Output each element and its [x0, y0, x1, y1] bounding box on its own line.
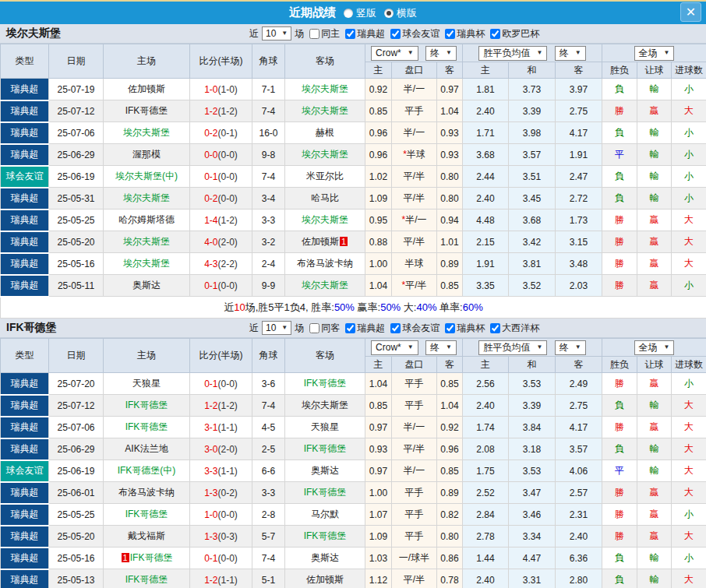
away-odds-cell: 0.85	[437, 460, 463, 482]
home-odds-cell: 0.88	[365, 231, 392, 253]
goals-result-cell: 大	[672, 526, 706, 548]
away-team-cell: IFK哥德堡	[285, 373, 365, 395]
league-checkbox[interactable]	[390, 323, 401, 333]
home-team-cell: IFK哥德堡(中)	[104, 460, 190, 482]
match-row: 瑞典超25-06-01布洛马波卡纳1-3(0-2)3-3IFK哥德堡1.00平手…	[1, 482, 706, 504]
same-venue-checkbox[interactable]	[309, 29, 319, 39]
score-cell: 1-2(1-1)	[190, 569, 252, 588]
result-cell: 勝	[602, 275, 637, 297]
handicap-result-cell: 贏	[637, 100, 672, 122]
team-name: 埃尔夫斯堡	[302, 149, 348, 160]
match-row: 瑞典超25-07-12IFK哥德堡1-2(1-2)7-4埃尔夫斯堡0.85平手1…	[1, 100, 706, 122]
chevron-down-icon: ▼	[408, 344, 414, 350]
league-checkbox[interactable]	[445, 29, 455, 39]
handicap-cell: 半/一	[392, 417, 437, 438]
league-checkbox[interactable]	[490, 323, 500, 333]
avg-stage-select[interactable]: 终▼	[555, 46, 586, 61]
recent-count-select[interactable]: 10▼	[262, 321, 291, 335]
result-cell: 勝	[602, 209, 637, 231]
home-odds-cell: 0.96	[365, 122, 392, 144]
vertical-layout-label[interactable]: 竖版	[356, 6, 376, 20]
recent-count-select[interactable]: 10▼	[262, 26, 291, 40]
filter-bar: 近10▼场同主瑞典超球会友谊瑞典杯欧罗巴杯	[249, 26, 539, 40]
odds-stage-select[interactable]: 终▼	[425, 46, 457, 61]
avg-draw-cell: 3.46	[509, 504, 556, 526]
close-icon[interactable]: ✕	[680, 2, 701, 22]
sub-avg-draw: 和	[509, 62, 556, 79]
match-type-cell: 瑞典超	[1, 373, 49, 395]
team-name: 埃尔夫斯堡	[302, 83, 348, 94]
team-name: 戴戈福斯	[128, 530, 165, 541]
corner-cell: 5-1	[252, 569, 285, 588]
match-type-cell: 瑞典超	[1, 100, 49, 122]
away-odds-cell: 0.94	[437, 209, 463, 231]
league-checkbox[interactable]	[490, 29, 500, 39]
odds-stage-select[interactable]: 终▼	[425, 340, 457, 355]
horizontal-layout-radio[interactable]	[384, 9, 394, 18]
handicap-cell: 一/球半	[392, 548, 437, 569]
fulltime-select[interactable]: 全场▼	[634, 340, 675, 355]
filter-bar: 近10▼场同客瑞典超球会友谊瑞典杯大西洋杯	[249, 321, 539, 335]
match-type-cell: 瑞典超	[1, 231, 49, 253]
same-venue-label: 同主	[321, 27, 340, 40]
bookmaker-select[interactable]: Crow*▼	[371, 340, 418, 355]
match-type-cell: 球会友谊	[1, 460, 49, 482]
away-team-cell: 赫根	[285, 122, 365, 144]
vertical-layout-radio[interactable]	[344, 9, 353, 18]
away-odds-cell: 0.97	[437, 79, 463, 100]
result-cell: 勝	[602, 504, 637, 526]
league-checkbox[interactable]	[390, 29, 401, 39]
avg-select[interactable]: 胜平负均值▼	[478, 46, 547, 61]
card-badge: 1	[340, 237, 348, 246]
avg-select[interactable]: 胜平负均值▼	[478, 340, 547, 355]
avg-home-cell: 2.78	[463, 526, 509, 548]
away-odds-cell: 1.01	[437, 231, 463, 253]
avg-away-cell: 2.31	[556, 504, 602, 526]
handicap-cell: 平手	[392, 395, 437, 417]
league-checkbox[interactable]	[345, 29, 355, 39]
league-checkbox[interactable]	[445, 323, 455, 333]
fulltime-score: 4-3	[204, 259, 217, 269]
chevron-down-icon: ▼	[446, 344, 452, 350]
match-type-cell: 瑞典超	[1, 144, 49, 166]
handicap-result-cell: 輸	[637, 460, 672, 482]
avg-stage-select[interactable]: 终▼	[555, 340, 586, 355]
handicap-value: 半/一	[405, 214, 426, 225]
corner-cell: 7-1	[252, 79, 285, 100]
avg-draw-cell: 3.98	[509, 122, 556, 144]
handicap-cell: 平手	[392, 526, 437, 548]
bookmaker-select[interactable]: Crow*▼	[371, 46, 418, 61]
handicap-cell: 平/半	[392, 438, 437, 460]
date-cell: 25-06-29	[49, 144, 104, 166]
team-name: IFK哥德堡	[125, 574, 168, 585]
team-name: IFK哥德堡(中)	[118, 465, 176, 476]
halftime-score: (1-2)	[218, 106, 238, 117]
fulltime-select[interactable]: 全场▼	[634, 46, 675, 61]
sub-handicap-result: 让球	[637, 357, 672, 373]
score-cell: 1-2(1-2)	[190, 395, 252, 417]
avg-away-cell: 3.97	[556, 79, 602, 100]
handicap-result-cell: 輸	[637, 144, 672, 166]
avg-away-cell: 2.03	[556, 275, 602, 297]
match-type-cell: 瑞典超	[1, 482, 49, 504]
league-checkbox[interactable]	[345, 323, 355, 333]
horizontal-layout-label[interactable]: 横版	[397, 6, 417, 20]
summary-text: 场,胜5平1负4, 胜率:	[245, 301, 334, 313]
avg-away-cell: 4.17	[556, 417, 602, 438]
corner-cell: 7-4	[252, 548, 285, 569]
handicap-result-cell: 輸	[637, 438, 672, 460]
same-venue-checkbox[interactable]	[309, 323, 319, 333]
match-row: 瑞典超25-05-20戴戈福斯1-3(0-3)5-7IFK哥德堡1.09平手0.…	[1, 526, 706, 548]
home-odds-cell: 1.12	[365, 569, 392, 588]
goals-result-cell: 大	[672, 460, 706, 482]
score-cell: 4-3(2-2)	[190, 253, 252, 275]
handicap-value: 半/一	[404, 127, 425, 138]
fulltime-group-header: 全场▼	[602, 44, 706, 62]
away-team-cell: 佐加顿斯1	[285, 231, 365, 253]
team-name: 佐加顿斯	[306, 574, 344, 585]
games-label: 场	[295, 27, 304, 40]
avg-home-cell: 1.74	[463, 417, 509, 438]
match-row: 瑞典超25-05-31埃尔夫斯堡0-2(0-0)3-4哈马比1.09平/半0.8…	[1, 188, 706, 209]
score-cell: 1-3(0-2)	[190, 482, 252, 504]
team-name: IFK哥德堡	[304, 487, 347, 498]
